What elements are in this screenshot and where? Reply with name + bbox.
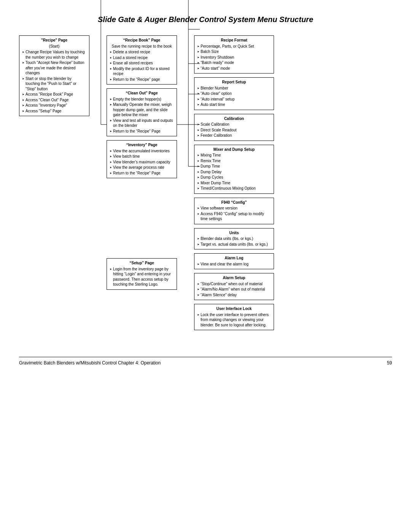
mixer-dump-box: Mixer and Dump Setup Mixing Time Remix T… (194, 145, 274, 194)
col2: “Recipe Book” Page Save the running reci… (107, 35, 177, 294)
units-box: Units Blender data units (lbs. or kgs.) … (194, 228, 274, 250)
setup-title: “Setup” Page (110, 260, 174, 266)
f940-title: F940 “Config” (197, 200, 271, 205)
md-item-0: Mixing Time (197, 153, 271, 158)
ui-lock-box: User Interface Lock Lock the user interf… (194, 304, 274, 330)
cal-item-1: Direct Scale Readout (197, 128, 271, 133)
spacer (19, 334, 392, 342)
col3: Recipe Format Percentage, Parts, or Quic… (194, 35, 274, 334)
as-item-0: “Stop/Continue” when out of material (197, 281, 271, 287)
md-item-6: Timed/Continuous Mixing Option (197, 186, 271, 191)
md-item-1: Remix Time (197, 158, 271, 164)
clean-item-2: View and test all inputs and outputs on … (110, 118, 174, 128)
col2-spacer (107, 182, 177, 258)
units-item-0: Blender data units (lbs. or kgs.) (197, 236, 271, 241)
f940-item-0: View software version (197, 206, 271, 211)
alarm-setup-box: Alarm Setup “Stop/Continue” when out of … (194, 273, 274, 300)
rbook-item-1: Load a stored recipe (110, 55, 174, 61)
recipe-page-item-3: Access "Recipe Book" Page (22, 92, 86, 97)
inv-item-1: View batch time (110, 154, 174, 159)
as-item-2: “Alarm Silence” delay (197, 292, 271, 298)
report-setup-box: Report Setup Blender Number “Auto clear”… (194, 77, 274, 110)
md-item-2: Dump Time (197, 164, 271, 169)
recipe-page-item-2: Start or stop the blender by touching th… (22, 76, 86, 92)
rbook-item-3: Modify the product ID for a stored recip… (110, 66, 174, 77)
rf-item-1: Batch Size (197, 49, 271, 54)
setup-item-0: Login from the inventory page by hitting… (110, 267, 174, 287)
rf-item-4: “Auto start” mode (197, 66, 271, 71)
rf-item-0: Percentage, Parts, or Quick Set (197, 44, 271, 49)
recipe-book-box: “Recipe Book” Page Save the running reci… (107, 35, 177, 85)
clean-out-title: “Clean Out” Page (110, 91, 174, 96)
rbook-item-0: Delete a stored recipe (110, 50, 174, 55)
f940-item-1: Access F940 “Config” setup to modify tim… (197, 211, 271, 222)
rbook-item-2: Erase all stored recipes (110, 61, 174, 66)
units-title: Units (197, 230, 271, 236)
recipe-page-item-5: Access "Inventory Page" (22, 103, 86, 108)
as-item-1: “Alarm/No Alarm” when out of material (197, 287, 271, 292)
calibration-box: Calibration Scale Calibration Direct Sca… (194, 114, 274, 141)
rf-item-2: Inventory Shutdown (197, 55, 271, 60)
page-title: Slide Gate & Auger Blender Control Syste… (19, 15, 392, 24)
report-setup-title: Report Setup (197, 80, 271, 85)
setup-box: “Setup” Page Login from the inventory pa… (107, 258, 177, 290)
f940-config-box: F940 “Config” View software version Acce… (194, 198, 274, 224)
rs-item-0: Blender Number (197, 86, 271, 91)
md-item-4: Dump Cycles (197, 175, 271, 180)
alog-item-0: View and clear the alarm log (197, 262, 271, 267)
ui-lock-title: User Interface Lock (197, 306, 271, 312)
recipe-book-title: “Recipe Book” Page (110, 38, 174, 43)
recipe-page-item-6: Access "Setup" Page (22, 109, 86, 114)
rbook-item-4: Return to the “Recipe” page (110, 77, 174, 82)
clean-item-0: Empty the blender hopper(s) (110, 97, 174, 102)
recipe-format-title: Recipe Format (197, 38, 271, 43)
clean-out-box: “Clean Out” Page Empty the blender hoppe… (107, 88, 177, 136)
cal-item-2: Feeder Calibration (197, 133, 271, 138)
md-item-3: Dump Delay (197, 169, 271, 175)
cal-item-0: Scale Calibration (197, 122, 271, 127)
footer-left: Gravimetric Batch Blenders w/Mitsubishi … (19, 360, 161, 366)
diagram-wrapper: "Recipe" Page (Start) Change Recipe Valu… (19, 35, 392, 334)
recipe-page-box: "Recipe" Page (Start) Change Recipe Valu… (19, 35, 89, 116)
recipe-page-subtitle: (Start) (22, 44, 86, 49)
inv-item-2: View blender’s maximum capacity (110, 160, 174, 165)
recipe-page-item-4: Access "Clean Out" Page (22, 97, 86, 103)
recipe-format-box: Recipe Format Percentage, Parts, or Quic… (194, 35, 274, 73)
diagram-layout: "Recipe" Page (Start) Change Recipe Valu… (19, 35, 392, 334)
rs-item-2: “Auto interval” setup (197, 97, 271, 102)
mixer-dump-title: Mixer and Dump Setup (197, 147, 271, 152)
recipe-page-title: "Recipe" Page (22, 38, 86, 43)
units-item-1: Target vs. actual data units (lbs. or kg… (197, 242, 271, 247)
footer: Gravimetric Batch Blenders w/Mitsubishi … (19, 357, 392, 366)
alarm-log-title: Alarm Log (197, 256, 271, 261)
rs-item-1: “Auto clear” option (197, 91, 271, 96)
inv-item-3: View the average process rate (110, 165, 174, 170)
alarm-log-box: Alarm Log View and clear the alarm log (194, 253, 274, 269)
recipe-page-item-1: Touch "Accept New Recipe" button after y… (22, 60, 86, 76)
inventory-title: “Inventory” Page (110, 142, 174, 148)
rs-item-3: Auto start time (197, 102, 271, 107)
uil-item-0: Lock the user interface to prevent other… (197, 312, 271, 328)
footer-right: 59 (387, 360, 392, 366)
clean-item-1: Manually Operate the mixer, weigh hopper… (110, 102, 174, 118)
inv-item-0: View the accumulated inventories (110, 149, 174, 154)
rf-item-3: “Batch ready” mode (197, 60, 271, 66)
clean-item-3: Return to the “Recipe” Page (110, 129, 174, 134)
recipe-book-subtitle: Save the running recipe to the book (110, 44, 174, 49)
alarm-setup-title: Alarm Setup (197, 275, 271, 281)
inventory-box: “Inventory” Page View the accumulated in… (107, 140, 177, 178)
md-item-5: Mixer Dump Time (197, 181, 271, 186)
inv-item-4: Return to the “Recipe” Page (110, 171, 174, 176)
col1: "Recipe" Page (Start) Change Recipe Valu… (19, 35, 89, 120)
recipe-page-item-0: Change Recipe Values by touching the num… (22, 50, 86, 60)
calibration-title: Calibration (197, 116, 271, 121)
